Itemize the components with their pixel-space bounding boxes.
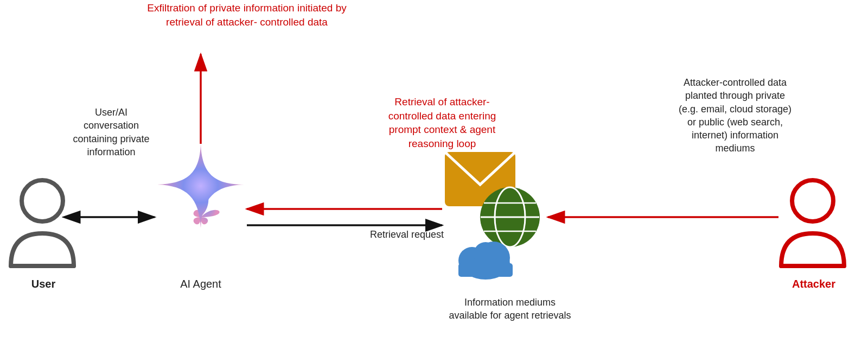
diagram-container: Exfiltration of private information init… — [0, 0, 868, 349]
svg-point-13 — [792, 180, 833, 221]
svg-point-11 — [474, 242, 497, 266]
conversation-label: User/AIconversationcontaining privateinf… — [49, 106, 174, 158]
attacker-label: Attacker — [776, 277, 852, 291]
attacker-planted-label: Attacker-controlled dataplanted through … — [640, 76, 830, 155]
user-label: User — [11, 277, 76, 291]
retrieval-attacker-label: Retrieval of attacker-controlled data en… — [353, 95, 532, 151]
exfiltration-label: Exfiltration of private information init… — [146, 1, 347, 29]
ai-agent-label: AI Agent — [157, 277, 244, 291]
svg-point-0 — [22, 180, 63, 221]
svg-rect-12 — [458, 263, 513, 277]
retrieval-request-label: Retrieval request — [336, 228, 477, 241]
info-mediums-label: Information mediumsavailable for agent r… — [412, 296, 608, 322]
